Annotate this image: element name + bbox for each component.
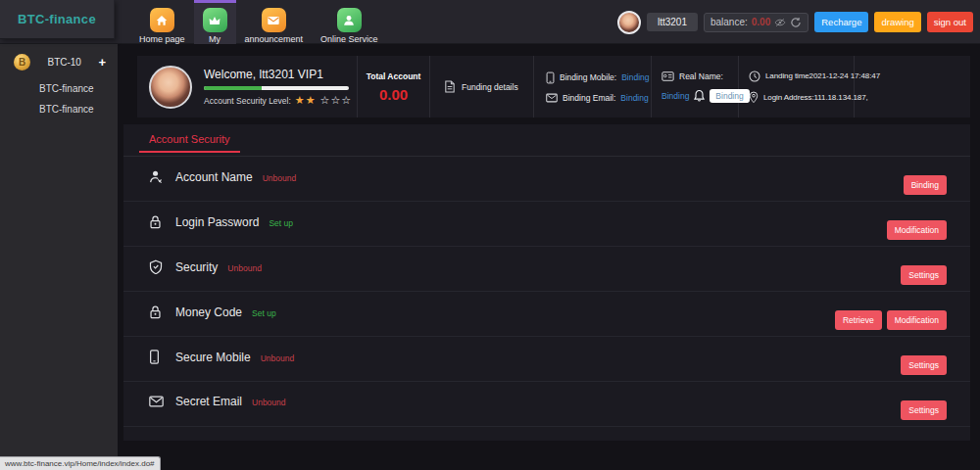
- nav-online-service[interactable]: Online Service: [312, 0, 387, 44]
- main-nav: Home page My announcement Online Service: [130, 0, 387, 44]
- welcome-info: Welcome, ltt3201 VIP1 Account Security L…: [204, 68, 352, 106]
- row-status: Unbound: [227, 263, 262, 273]
- row-login-password: Login Password Set up Modification: [123, 202, 970, 247]
- stars-filled-icon: ★★: [295, 95, 317, 106]
- row-security: Security Unbound Settings: [123, 247, 970, 292]
- nav-my[interactable]: My: [194, 0, 236, 44]
- funding-details-section[interactable]: Funding details: [430, 56, 534, 118]
- add-icon[interactable]: +: [98, 56, 106, 69]
- logo[interactable]: BTC-finance: [0, 0, 115, 39]
- login-address-row: Login Address:111.18.134.187,: [749, 91, 854, 104]
- real-name-label: Real Name:: [679, 71, 723, 81]
- panel-tabs: Account Security: [123, 124, 970, 157]
- modification-button[interactable]: Modification: [887, 220, 947, 240]
- binding-button[interactable]: Binding: [904, 175, 947, 195]
- retrieve-button[interactable]: Retrieve: [835, 310, 882, 330]
- total-account-value: 0.00: [379, 86, 408, 103]
- row-status: Set up: [252, 308, 276, 318]
- landing-time-text: Landing time2021-12-24 17:48:47: [765, 71, 880, 80]
- drawing-button[interactable]: drawing: [874, 12, 920, 32]
- row-secret-email-main: Secret Email Unbound: [123, 382, 970, 408]
- nav-home-page[interactable]: Home page: [130, 0, 194, 44]
- modification-button[interactable]: Modification: [887, 310, 947, 330]
- sidebar-item-btc-finance-1[interactable]: BTC-finance: [0, 78, 118, 99]
- total-account-section: Total Account 0.00: [358, 56, 430, 118]
- row-buttons: Settings: [901, 265, 947, 285]
- envelope-icon: [149, 396, 167, 407]
- topbar-right: ltt3201 balance: 0.00 Recharge drawing s…: [617, 0, 973, 44]
- row-secure-mobile: Secure Mobile Unbound Settings: [123, 337, 970, 382]
- user-avatar[interactable]: [617, 11, 641, 34]
- screen: Home page My announcement Online Service: [0, 0, 980, 470]
- row-status: Set up: [269, 218, 293, 228]
- profile-avatar[interactable]: [149, 66, 192, 109]
- person-icon: [337, 8, 362, 32]
- row-title: Secure Mobile: [175, 351, 251, 364]
- real-name-section: Real Name: Binding Binding: [652, 56, 739, 118]
- total-account-label: Total Account: [367, 71, 421, 81]
- row-title: Login Password: [175, 215, 259, 229]
- home-icon: [150, 8, 174, 32]
- settings-button[interactable]: Settings: [901, 355, 947, 375]
- welcome-section: Welcome, ltt3201 VIP1 Account Security L…: [137, 56, 358, 118]
- landing-time-row: Landing time2021-12-24 17:48:47: [749, 70, 854, 82]
- binding-mobile-label: Binding Mobile:: [560, 72, 616, 82]
- binding-mobile-link[interactable]: Binding: [621, 72, 649, 82]
- binding-mobile-row: Binding Mobile: Binding: [546, 71, 651, 84]
- settings-button[interactable]: Settings: [901, 400, 947, 420]
- funding-details-label: Funding details: [462, 82, 518, 92]
- balance-widget: balance: 0.00: [704, 13, 808, 32]
- sidebar: B BTC-10 + BTC-finance BTC-finance: [0, 44, 118, 470]
- nav-home-label: Home page: [139, 34, 185, 44]
- row-account-name-main: Account Name Unbound: [123, 157, 970, 184]
- sidebar-group-btc10[interactable]: B BTC-10 +: [0, 44, 118, 78]
- sign-out-button[interactable]: sign out: [927, 12, 973, 32]
- refresh-icon[interactable]: [790, 17, 802, 28]
- binding-email-label: Binding Email:: [563, 93, 615, 103]
- recharge-button[interactable]: Recharge: [814, 12, 868, 32]
- row-status: Unbound: [263, 173, 297, 183]
- real-name-binding-link[interactable]: Binding: [662, 91, 689, 101]
- row-secure-mobile-main: Secure Mobile Unbound: [123, 337, 970, 364]
- status-url: www.btc-finance.vip/Home/index/index.do#: [0, 456, 161, 470]
- clock-icon: [749, 70, 760, 82]
- sidebar-item-btc-finance-2[interactable]: BTC-finance: [0, 99, 118, 119]
- nav-announcement[interactable]: announcement: [236, 0, 313, 44]
- login-meta-section: Landing time2021-12-24 17:48:47 Login Ad…: [739, 56, 855, 118]
- logo-text: BTC-finance: [18, 12, 96, 26]
- security-progress-fill: [204, 86, 262, 90]
- bell-icon[interactable]: [694, 89, 705, 102]
- row-security-main: Security Unbound: [123, 247, 970, 274]
- sidebar-group-label: BTC-10: [39, 57, 89, 68]
- row-buttons: Binding: [904, 175, 947, 195]
- document-icon: [444, 80, 456, 93]
- user-key-icon: [149, 169, 167, 184]
- id-card-icon: [662, 71, 674, 81]
- stars-empty-icon: ☆☆☆: [320, 95, 353, 106]
- username-button[interactable]: ltt3201: [647, 13, 698, 31]
- row-secret-email: Secret Email Unbound Settings: [123, 382, 970, 427]
- row-money-code: Money Code Set up Retrieve Modification: [123, 292, 970, 337]
- login-address-text: Login Address:111.18.134.187,: [763, 93, 868, 102]
- settings-button[interactable]: Settings: [901, 265, 947, 285]
- binding-email-link[interactable]: Binding: [620, 93, 648, 103]
- coin-icon: B: [14, 54, 30, 70]
- location-pin-icon: [749, 91, 759, 104]
- welcome-card: Welcome, ltt3201 VIP1 Account Security L…: [137, 56, 970, 118]
- binding-email-row: Binding Email: Binding: [546, 93, 651, 103]
- eye-off-icon[interactable]: [774, 18, 786, 27]
- crown-icon: [203, 8, 227, 32]
- mail-icon: [546, 93, 558, 103]
- balance-label: balance:: [710, 17, 748, 27]
- row-buttons: Retrieve Modification: [835, 310, 947, 330]
- security-level-label: Account Security Level:: [204, 96, 291, 106]
- binding-contact-section: Binding Mobile: Binding Binding Email: B…: [534, 56, 652, 118]
- nav-announcement-label: announcement: [245, 34, 304, 44]
- nav-my-label: My: [209, 34, 220, 44]
- row-title: Security: [175, 260, 218, 274]
- shield-icon: [149, 259, 167, 274]
- tab-account-security[interactable]: Account Security: [139, 124, 240, 153]
- row-status: Unbound: [261, 353, 295, 363]
- balance-value: 0.00: [752, 17, 770, 27]
- row-title: Account Name: [175, 170, 253, 184]
